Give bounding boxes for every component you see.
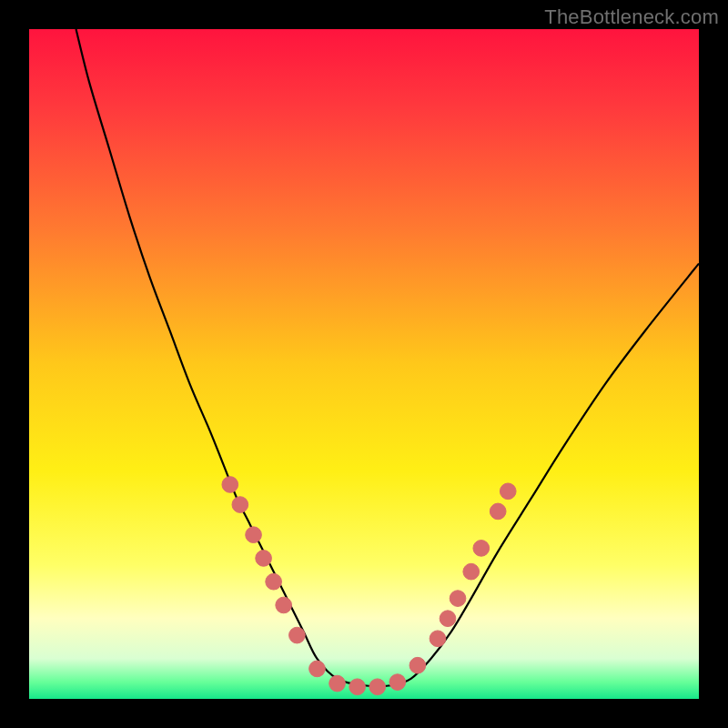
- highlight-dot: [266, 573, 282, 590]
- highlight-dot: [473, 541, 490, 557]
- highlight-dot: [276, 597, 292, 613]
- watermark-text: TheBottleneck.com: [544, 5, 719, 29]
- highlight-dot: [232, 497, 248, 513]
- highlight-dot: [440, 611, 456, 627]
- bottleneck-chart-svg: [0, 0, 728, 728]
- highlight-dot: [309, 661, 326, 677]
- highlight-dot: [369, 679, 386, 695]
- gradient-background: [29, 29, 699, 699]
- highlight-dot: [246, 527, 262, 543]
- highlight-dot: [430, 631, 446, 647]
- highlight-dot: [329, 675, 346, 692]
- chart-root: TheBottleneck.com: [0, 0, 728, 728]
- highlight-dot: [500, 483, 516, 500]
- highlight-dot: [222, 477, 238, 493]
- highlight-dot: [256, 551, 272, 567]
- highlight-dot: [289, 627, 306, 643]
- highlight-dot: [463, 563, 480, 580]
- highlight-dot: [349, 679, 366, 695]
- highlight-dot: [389, 674, 406, 691]
- highlight-dot: [450, 591, 466, 607]
- highlight-dot: [410, 657, 426, 673]
- highlight-dot: [490, 503, 506, 520]
